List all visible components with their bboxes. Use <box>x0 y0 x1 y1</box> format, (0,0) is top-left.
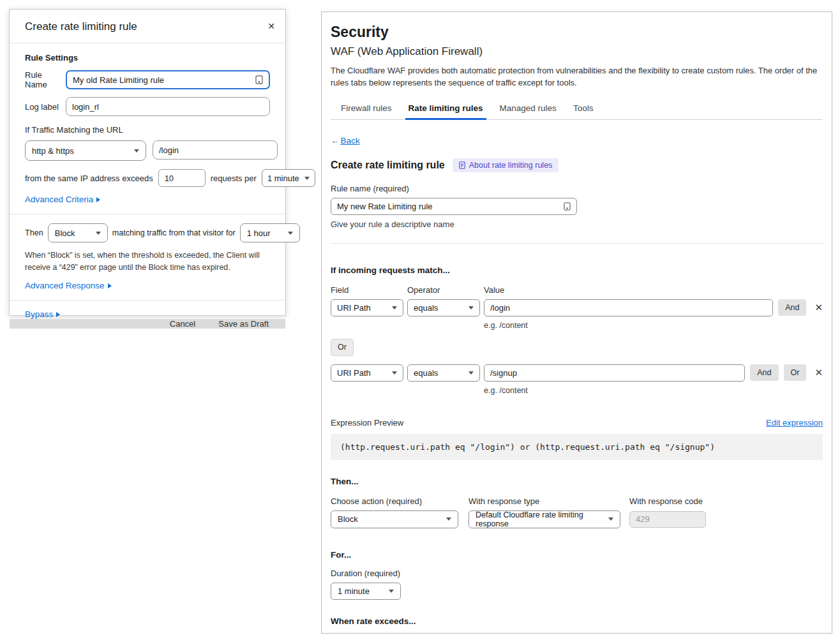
response-type-select[interactable]: Default Cloudflare rate limiting respons… <box>469 510 620 528</box>
tab-rate-limiting-rules[interactable]: Rate limiting rules <box>409 103 483 119</box>
operator-select-value: equals <box>414 368 438 378</box>
log-label-row: Log label <box>25 97 270 116</box>
page-description: The Cloudflare WAF provides both automat… <box>331 65 823 89</box>
value-input[interactable] <box>490 368 739 378</box>
and-button[interactable]: And <box>778 299 806 316</box>
operator-select[interactable]: equals <box>407 299 480 316</box>
threshold-period-select[interactable]: 1 minute <box>262 169 315 187</box>
bypass-link[interactable]: Bypass <box>25 309 270 319</box>
rule-name-input[interactable] <box>73 75 251 85</box>
remove-condition-icon[interactable]: ✕ <box>814 367 823 378</box>
value-input[interactable] <box>490 303 767 313</box>
bypass-label: Bypass <box>25 309 53 319</box>
chevron-down-icon <box>392 306 397 309</box>
field-select[interactable]: URI Path <box>331 364 403 382</box>
tab-managed-rules[interactable]: Managed rules <box>500 103 557 119</box>
block-note: When “Block” is set, when the threshold … <box>25 249 270 273</box>
operator-select[interactable]: equals <box>407 364 480 382</box>
chevron-down-icon <box>288 232 293 235</box>
chevron-down-icon <box>96 232 101 235</box>
rule-name-input[interactable] <box>337 202 560 211</box>
remove-condition-icon[interactable]: ✕ <box>814 302 823 313</box>
cancel-button[interactable]: Cancel <box>170 319 195 329</box>
duration-select[interactable]: 1 minute <box>331 583 401 600</box>
expression-preview-row: Expression Preview Edit expression <box>331 418 823 428</box>
url-input[interactable] <box>159 145 271 155</box>
about-rate-limiting-badge[interactable]: About rate limiting rules <box>453 158 559 172</box>
value-field[interactable] <box>484 299 773 316</box>
rule-name-field[interactable] <box>66 70 270 89</box>
log-label-label: Log label <box>25 102 66 112</box>
expand-arrow-icon <box>56 312 60 317</box>
value-field[interactable] <box>484 364 745 382</box>
expression-code: (http.request.uri.path eq "/login") or (… <box>331 434 823 460</box>
for-heading: For... <box>331 550 823 560</box>
page-subtitle: WAF (Web Application Firewall) <box>331 45 823 58</box>
response-code-field: 429 <box>629 511 706 528</box>
close-icon[interactable]: ✕ <box>267 22 275 31</box>
condition-row-2: URI Path equals And Or ✕ <box>331 364 823 382</box>
divider <box>10 300 285 301</box>
or-connector-button[interactable]: Or <box>331 339 354 356</box>
chevron-down-icon <box>469 371 474 375</box>
back-label: Back <box>341 136 360 145</box>
then-controls: Block Default Cloudflare rate limiting r… <box>331 510 823 528</box>
action-select[interactable]: Block <box>48 223 108 242</box>
advanced-criteria-label: Advanced Criteria <box>25 195 93 204</box>
page-title: Security <box>331 24 823 41</box>
operator-select-value: equals <box>414 303 438 313</box>
action-select-value: Block <box>55 228 75 238</box>
match-heading: If incoming requests match... <box>331 265 823 275</box>
chevron-down-icon <box>389 590 394 593</box>
field-select[interactable]: URI Path <box>331 299 403 316</box>
threshold-text-before: from the same IP address exceeds <box>25 174 153 183</box>
scheme-row: http & https <box>25 140 270 161</box>
response-code-value: 429 <box>636 514 650 524</box>
about-badge-label: About rate limiting rules <box>469 161 553 170</box>
rule-name-row: Rule Name <box>25 70 270 89</box>
condition-row-1: URI Path equals And ✕ <box>331 299 823 316</box>
chevron-down-icon <box>134 149 139 153</box>
create-rule-heading: Create rate limiting rule <box>331 160 445 171</box>
autofill-icon <box>564 202 571 211</box>
save-as-draft-button[interactable]: Save as Draft <box>218 319 269 329</box>
value-column-label: Value <box>484 285 504 295</box>
rule-settings-heading: Rule Settings <box>25 53 270 63</box>
advanced-response-label: Advanced Response <box>25 281 105 290</box>
chevron-down-icon <box>392 371 397 375</box>
edit-expression-link[interactable]: Edit expression <box>766 418 823 428</box>
create-rate-limiting-rule-dialog: Create rate limiting rule ✕ Rule Setting… <box>9 9 286 316</box>
then-row: Then Block matching traffic from that vi… <box>25 223 270 242</box>
rule-name-field[interactable] <box>331 198 577 215</box>
action-select[interactable]: Block <box>331 510 458 528</box>
log-label-field[interactable] <box>66 97 270 116</box>
traffic-matching-heading: If Traffic Matching the URL <box>25 125 270 135</box>
create-rule-heading-row: Create rate limiting rule About rate lim… <box>331 158 823 172</box>
dialog-header: Create rate limiting rule ✕ <box>10 10 285 43</box>
response-code-label: With response code <box>629 496 703 506</box>
advanced-response-link[interactable]: Advanced Response <box>25 281 270 290</box>
then-labels: Choose action (required) With response t… <box>331 496 823 506</box>
and-button[interactable]: And <box>750 364 778 381</box>
threshold-input[interactable] <box>165 174 199 183</box>
value-hint: e.g. /content <box>484 321 823 330</box>
log-label-input[interactable] <box>72 102 264 112</box>
condition-column-labels: Field Operator Value <box>331 285 823 295</box>
ban-duration-value: 1 hour <box>247 228 271 238</box>
back-link[interactable]: ← Back <box>331 136 360 145</box>
tab-tools[interactable]: Tools <box>573 103 594 119</box>
expand-arrow-icon <box>108 283 112 288</box>
chevron-down-icon <box>446 517 451 521</box>
threshold-field[interactable] <box>158 169 206 187</box>
operator-column-label: Operator <box>407 285 484 295</box>
autofill-icon <box>255 75 263 84</box>
tab-firewall-rules[interactable]: Firewall rules <box>341 103 392 119</box>
or-button[interactable]: Or <box>784 364 807 381</box>
advanced-criteria-link[interactable]: Advanced Criteria <box>25 195 270 204</box>
choose-action-label: Choose action (required) <box>331 496 469 506</box>
ban-duration-select[interactable]: 1 hour <box>240 223 300 242</box>
scheme-select[interactable]: http & https <box>25 140 146 161</box>
action-select-value: Block <box>338 514 358 524</box>
expand-arrow-icon <box>96 197 100 202</box>
url-field[interactable] <box>153 140 278 160</box>
